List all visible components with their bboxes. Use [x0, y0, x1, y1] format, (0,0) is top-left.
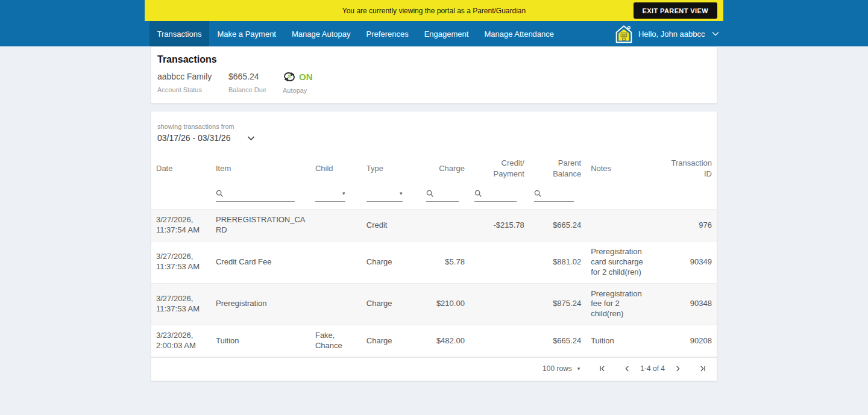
cell-type: Charge	[362, 283, 421, 325]
cell-date: 3/27/2026, 11:37:53 AM	[151, 283, 211, 325]
nav-item-transactions[interactable]: Transactions	[149, 21, 210, 46]
cell-charge: $482.00	[421, 325, 470, 357]
table-filter-row: ▾ ▾	[151, 186, 717, 210]
sync-dollar-icon: $	[283, 72, 296, 82]
charge-filter-input[interactable]	[437, 189, 459, 198]
account-status-value: aabbcc Family	[157, 72, 218, 81]
col-header-child: Child	[310, 151, 362, 186]
chevron-down-icon	[247, 136, 255, 141]
user-greeting: Hello, John aabbcc	[638, 30, 705, 39]
page-title: Transactions	[157, 54, 711, 65]
cell-credit-payment: -$215.78	[470, 210, 529, 242]
cell-notes: Preregistration fee for 2 child(ren)	[586, 283, 657, 325]
balance-due-value: $665.24	[228, 72, 272, 81]
user-menu[interactable]: Hello, John aabbcc	[615, 21, 719, 46]
cell-item: Preregistration	[211, 283, 310, 325]
home-logo-icon	[615, 24, 633, 44]
rows-per-page-select[interactable]: 100 rows ▾	[542, 364, 580, 373]
cell-item: Tuition	[211, 325, 310, 357]
nav-item-manage-attendance[interactable]: Manage Attendance	[476, 21, 562, 46]
main-nav: Transactions Make a Payment Manage Autop…	[0, 21, 868, 46]
col-header-date: Date	[151, 151, 211, 186]
stat-balance-due: $665.24 Balance Due	[228, 72, 272, 94]
date-range-value: 03/17/26 - 03/31/26	[157, 133, 230, 143]
cell-parent-balance: $875.24	[529, 283, 586, 325]
cell-transaction-id: 90349	[657, 241, 717, 283]
nav-items: Transactions Make a Payment Manage Autop…	[149, 21, 562, 46]
caret-down-icon: ▾	[342, 191, 345, 196]
table-row[interactable]: 3/27/2026, 11:37:53 AM Preregistration C…	[151, 283, 717, 325]
cell-type: Credit	[362, 210, 421, 242]
cell-item: Credit Card Fee	[211, 241, 310, 283]
first-page-button[interactable]	[598, 364, 607, 373]
cell-child: Fake, Chance	[310, 325, 362, 357]
col-header-credit-payment: Credit/ Payment	[470, 151, 529, 186]
autopay-label: Autopay	[283, 87, 313, 94]
app-header: You are currently viewing the portal as …	[0, 0, 868, 46]
cell-charge: $210.00	[421, 283, 470, 325]
nav-item-make-a-payment[interactable]: Make a Payment	[209, 21, 284, 46]
item-filter	[216, 189, 295, 202]
transactions-table: Date Item Child Type Charge Credit/ Paym…	[151, 151, 717, 357]
date-range-selector[interactable]: showing transactions from 03/17/26 - 03/…	[151, 111, 290, 143]
account-summary-card: Transactions aabbcc Family Account Statu…	[151, 46, 717, 104]
cell-date: 3/27/2026, 11:37:54 AM	[151, 210, 211, 242]
search-icon	[534, 190, 542, 198]
banner-strip: You are currently viewing the portal as …	[0, 0, 868, 21]
cell-notes: Preregistration card surcharge for 2 chi…	[586, 241, 657, 283]
col-header-charge: Charge	[421, 151, 470, 186]
chevron-right-icon	[673, 364, 682, 373]
cell-child	[310, 241, 362, 283]
credit-payment-filter-input[interactable]	[485, 189, 517, 198]
nav-item-preferences[interactable]: Preferences	[359, 21, 417, 46]
cell-credit-payment	[470, 241, 529, 283]
parent-view-message: You are currently viewing the portal as …	[342, 7, 526, 15]
stat-account-status: aabbcc Family Account Status	[157, 72, 218, 94]
cell-date: 3/27/2026, 11:37:53 AM	[151, 241, 211, 283]
page-range-label: 1-4 of 4	[640, 364, 665, 373]
first-page-icon	[598, 364, 607, 373]
cell-item: PREREGISTRATION_CARD	[211, 210, 310, 242]
child-filter-select[interactable]: ▾	[315, 189, 345, 202]
stat-autopay: $ ON Autopay	[283, 72, 313, 94]
cell-child	[310, 283, 362, 325]
col-header-type: Type	[362, 151, 421, 186]
next-page-button[interactable]	[673, 364, 682, 373]
parent-balance-filter-input[interactable]	[545, 189, 574, 198]
caret-down-icon: ▾	[400, 191, 403, 196]
account-status-label: Account Status	[157, 86, 218, 93]
col-header-notes: Notes	[586, 151, 657, 186]
autopay-status-value: ON	[299, 72, 313, 82]
table-row[interactable]: 3/23/2026, 2:00:03 AM Tuition Fake, Chan…	[151, 325, 717, 357]
charge-filter	[426, 189, 459, 202]
item-filter-input[interactable]	[227, 189, 295, 198]
search-icon	[216, 190, 224, 198]
cell-parent-balance: $665.24	[529, 325, 586, 357]
table-row[interactable]: 3/27/2026, 11:37:53 AM Credit Card Fee C…	[151, 241, 717, 283]
table-row[interactable]: 3/27/2026, 11:37:54 AM PREREGISTRATION_C…	[151, 210, 717, 242]
nav-item-manage-autopay[interactable]: Manage Autopay	[284, 21, 359, 46]
cell-charge: $5.78	[421, 241, 470, 283]
nav-item-engagement[interactable]: Engagement	[417, 21, 477, 46]
cell-credit-payment	[470, 325, 529, 357]
type-filter-select[interactable]: ▾	[366, 189, 403, 202]
cell-transaction-id: 90208	[657, 325, 717, 357]
credit-payment-filter	[474, 189, 517, 202]
cell-transaction-id: 976	[657, 210, 717, 242]
col-header-transaction-id: Transaction ID	[657, 151, 717, 186]
chevron-left-icon	[623, 364, 632, 373]
previous-page-button[interactable]	[623, 364, 632, 373]
search-icon	[474, 190, 482, 198]
col-header-item: Item	[211, 151, 310, 186]
exit-parent-view-button[interactable]: EXIT PARENT VIEW	[634, 2, 717, 19]
cell-type: Charge	[362, 325, 421, 357]
table-header-row: Date Item Child Type Charge Credit/ Paym…	[151, 151, 717, 186]
page-content: Transactions aabbcc Family Account Statu…	[151, 46, 717, 381]
transactions-table-card: showing transactions from 03/17/26 - 03/…	[151, 111, 717, 381]
caret-down-icon: ▾	[577, 366, 580, 372]
cell-parent-balance: $665.24	[529, 210, 586, 242]
search-icon	[426, 190, 434, 198]
svg-text:$: $	[288, 73, 291, 80]
cell-notes	[586, 210, 657, 242]
last-page-button[interactable]	[698, 364, 707, 373]
